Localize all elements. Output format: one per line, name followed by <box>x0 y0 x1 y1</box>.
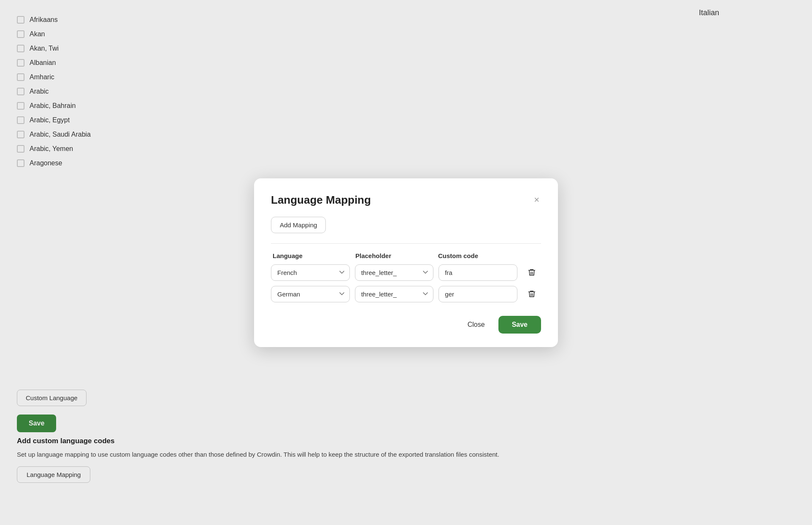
table-header: Language Placeholder Custom code <box>271 252 541 259</box>
delete-row-2-button[interactable] <box>522 290 541 298</box>
col-placeholder: Placeholder <box>355 252 433 259</box>
mapping-row-1: French three_letter_ <box>271 264 541 281</box>
modal-save-button[interactable]: Save <box>498 316 541 334</box>
add-mapping-button[interactable]: Add Mapping <box>271 217 326 233</box>
modal-close-button[interactable]: × <box>532 194 541 206</box>
modal-header: Language Mapping × <box>271 194 541 207</box>
mapping-row-2: German three_letter_ <box>271 286 541 302</box>
custom-code-input-2[interactable] <box>438 286 517 302</box>
delete-row-1-button[interactable] <box>522 268 541 277</box>
trash-icon-2 <box>528 290 536 298</box>
placeholder-select-1[interactable]: three_letter_ <box>355 264 434 281</box>
language-select-1[interactable]: French <box>271 264 350 281</box>
custom-code-input-1[interactable] <box>438 264 517 281</box>
language-mapping-modal: Language Mapping × Add Mapping Language … <box>254 178 558 347</box>
modal-overlay: Language Mapping × Add Mapping Language … <box>0 0 812 525</box>
col-language: Language <box>273 252 350 259</box>
col-custom-code: Custom code <box>438 252 516 259</box>
placeholder-select-2[interactable]: three_letter_ <box>355 286 434 302</box>
modal-title: Language Mapping <box>271 194 371 207</box>
language-select-2[interactable]: German <box>271 286 350 302</box>
modal-close-label-button[interactable]: Close <box>461 318 492 332</box>
divider <box>271 243 541 244</box>
trash-icon-1 <box>528 268 536 277</box>
modal-footer: Close Save <box>271 316 541 334</box>
